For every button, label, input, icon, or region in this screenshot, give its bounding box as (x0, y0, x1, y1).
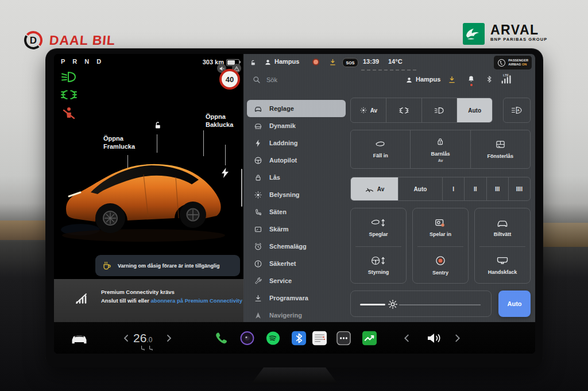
menu-item-safety[interactable]: Säkerhet (247, 255, 346, 272)
locks-group: Fäll in Barnlås Av Fönsterlås (350, 130, 531, 169)
menu-item-charging[interactable]: Laddning (247, 134, 346, 152)
volume-icon[interactable] (426, 331, 443, 345)
lights-auto-segment[interactable]: Auto (457, 98, 492, 122)
connectivity-text: Anslut till wifi eller (101, 297, 149, 304)
lights-off-segment[interactable]: Av (351, 98, 386, 122)
notifications-bell-icon[interactable] (467, 75, 475, 83)
spotify-app-icon[interactable] (266, 331, 280, 345)
menu-item-dynamics[interactable]: Dynamik (247, 117, 346, 134)
slider-track (399, 304, 481, 305)
wiper-mode-group: Av Auto I II III IIII (350, 177, 531, 201)
sentry-mode-button[interactable]: Sentry (413, 246, 468, 284)
gear-indicator: P R N D (61, 58, 104, 65)
child-lock-icon (435, 137, 445, 147)
search-icon (253, 76, 261, 84)
bluetooth-app-icon[interactable] (292, 331, 306, 345)
profile-icon (405, 76, 413, 84)
sun-icon (254, 191, 262, 199)
car-status-pane: P R N D 303 km 40 (54, 54, 243, 322)
menu-item-software[interactable]: Programvara (247, 289, 346, 307)
seat-heater-indicators[interactable] (140, 346, 153, 351)
window-lock-button[interactable]: Fönsterlås (470, 130, 530, 168)
pane-scrollbar[interactable] (241, 169, 242, 207)
navigation-arrow-icon (254, 311, 262, 320)
svg-text:A: A (517, 109, 519, 112)
car-controls-dock-icon[interactable] (70, 332, 88, 344)
airbag-line1: PASSENGER (508, 59, 528, 63)
cabin-temperature[interactable]: 26.0 (133, 331, 152, 345)
lessor-group: BNP PARIBAS GROUP (490, 37, 547, 42)
brightness-slider[interactable] (350, 291, 492, 317)
menu-item-display[interactable]: Skärm (247, 220, 346, 238)
drowsy-warning-toast[interactable]: Varning om dåsig förare är inte tillgäng… (95, 255, 240, 276)
lessor-logo: ARVAL BNP PARIBAS GROUP (463, 23, 547, 45)
wiper-auto-segment[interactable]: Auto (398, 177, 442, 200)
alarm-clock-icon (254, 242, 262, 251)
glovebox-icon (496, 255, 509, 266)
software-download-icon[interactable] (329, 59, 336, 66)
unlocked-icon[interactable] (153, 121, 163, 130)
mirrors-steering-box: Speglar Styrning (350, 208, 407, 284)
menu-item-schedule[interactable]: Schemalägg (247, 238, 346, 255)
phone-app-icon[interactable] (214, 331, 228, 345)
menu-item-seats[interactable]: Säten (247, 203, 346, 220)
low-beam-icon (434, 106, 444, 115)
temp-up-chevron[interactable] (167, 334, 172, 342)
unlocked-status-icon[interactable] (249, 59, 257, 67)
slider-fill (360, 304, 385, 305)
wiper-speed-1[interactable]: I (442, 177, 464, 200)
temp-down-chevron[interactable] (123, 334, 129, 342)
bluetooth-icon[interactable] (486, 75, 493, 83)
wiper-speed-4[interactable]: IIII (508, 177, 530, 200)
menu-item-locks[interactable]: Lås (247, 169, 346, 186)
display-auto-button[interactable]: Auto (498, 291, 531, 317)
recording-indicator-icon[interactable] (312, 59, 319, 65)
fold-mirrors-button[interactable]: Fäll in (351, 130, 410, 168)
seatbelt-warning-icon (63, 107, 75, 121)
steering-adjust-button[interactable]: Styrning (351, 246, 406, 284)
calendar-app-icon[interactable] (312, 331, 327, 345)
wiper-speed-2[interactable]: II (464, 177, 486, 200)
search-input[interactable]: Sök (253, 76, 277, 84)
profile-menu[interactable]: Hampus (416, 76, 440, 83)
auto-highbeam-button[interactable]: A (503, 98, 531, 123)
menu-item-autopilot[interactable]: Autopilot (247, 152, 346, 169)
stocks-app-icon[interactable] (362, 331, 377, 345)
lock-icon (254, 173, 262, 182)
menu-item-controls[interactable]: Reglage (247, 100, 346, 117)
dashcam-record-button[interactable]: Spelar in (413, 208, 468, 246)
camera-app-icon[interactable] (240, 331, 254, 345)
menu-item-navigation[interactable]: Navigering (247, 307, 346, 322)
download-icon[interactable] (448, 76, 456, 84)
child-lock-button[interactable]: Barnlås Av (410, 130, 470, 168)
position-lamps-indicator-icon (61, 90, 77, 100)
connectivity-title: Premium Connectivity krävs (101, 289, 175, 295)
glovebox-button[interactable]: Handskfack (475, 246, 530, 284)
steering-adjust-icon (371, 255, 386, 266)
record-sentry-box: Spelar in Sentry (412, 208, 469, 284)
more-apps-icon[interactable] (336, 331, 351, 345)
media-prev-chevron[interactable] (403, 334, 409, 342)
menu-item-service[interactable]: Service (247, 272, 346, 289)
low-beam-segment[interactable] (421, 98, 457, 122)
menu-item-lights[interactable]: Belysning (247, 186, 346, 203)
display-icon (254, 225, 262, 234)
open-trunk-label[interactable]: Öppna Baklucka (206, 113, 233, 129)
carwash-button[interactable]: Biltvätt (475, 208, 530, 246)
media-next-chevron[interactable] (455, 334, 461, 342)
connectivity-link[interactable]: abonnera på Premium Connectivity (151, 297, 242, 304)
brightness-sun-icon[interactable] (386, 298, 399, 311)
dashboard-trim-right (542, 223, 588, 247)
driver-profile-name[interactable]: Hampus (274, 58, 299, 65)
headlight-mode-group: Av Auto (350, 98, 493, 123)
wiper-off-segment[interactable]: Av (351, 177, 398, 200)
svg-text:D: D (30, 35, 37, 46)
vehicle-render (57, 139, 231, 248)
mirrors-adjust-button[interactable]: Speglar (351, 208, 406, 246)
panel-drag-handle[interactable] (361, 69, 419, 71)
wiper-speed-3[interactable]: III (486, 177, 508, 200)
sos-badge[interactable]: SOS (342, 58, 358, 67)
airbag-line2: AIRBAG (508, 63, 521, 66)
speed-limit-sign: 40 (219, 69, 240, 90)
parking-lights-segment[interactable] (386, 98, 421, 122)
